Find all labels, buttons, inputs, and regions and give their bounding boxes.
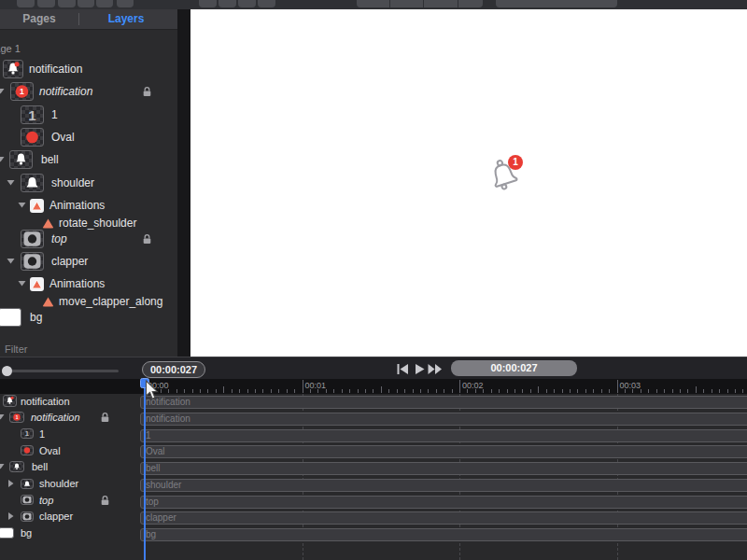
track-bar-bg[interactable]: bg — [140, 528, 747, 541]
notification-bell-object[interactable]: 1 — [486, 154, 527, 197]
ruler-tick — [216, 389, 217, 393]
page-tree-root-label[interactable]: Page 1 — [0, 43, 21, 54]
playhead-time-pill[interactable]: 00:00:027 — [142, 361, 205, 378]
disclosure-closed-icon[interactable] — [7, 480, 15, 487]
time-display-field[interactable]: 00:00:027 — [451, 360, 577, 376]
disclosure-open-icon[interactable] — [18, 280, 26, 287]
layer-label: Oval — [39, 445, 61, 456]
toolbar-button[interactable] — [199, 0, 217, 7]
oval-icon — [21, 128, 44, 147]
toolbar-button[interactable] — [117, 0, 134, 7]
skip-to-start-button[interactable] — [397, 364, 409, 374]
track-bar-bell[interactable]: bell — [140, 462, 747, 475]
layer-label: move_clapper_along — [59, 295, 162, 308]
timeline-layer-row-clapper[interactable]: clapper — [0, 509, 138, 524]
ruler-tick — [207, 389, 208, 393]
layer-tree-row-bg[interactable]: bg — [0, 308, 177, 327]
ring-icon — [21, 230, 44, 248]
layers-panel: Pages Layers Page 1 notification1notific… — [0, 9, 177, 357]
ruler-tick — [358, 389, 359, 393]
timeline-zoom-slider-track[interactable] — [5, 370, 119, 372]
timeline-layer-row-shoulder[interactable]: shoulder — [0, 476, 138, 491]
toolbar-button[interactable] — [17, 0, 35, 7]
tab-pages[interactable]: Pages — [0, 9, 78, 29]
layer-tree-row-clapper[interactable]: clapper — [0, 252, 177, 271]
ruler-tick — [648, 389, 649, 393]
timeline-zoom-slider-knob[interactable] — [2, 366, 12, 376]
timeline-layer-row-top[interactable]: top — [0, 493, 138, 508]
toolbar-button[interactable] — [218, 0, 236, 7]
playhead-handle[interactable] — [140, 378, 149, 388]
timeline-layer-row-bg[interactable]: bg — [0, 525, 138, 540]
toolbar-button[interactable] — [58, 0, 76, 7]
disclosure-open-icon[interactable] — [7, 179, 15, 187]
track-bar-notification[interactable]: notification — [140, 413, 747, 426]
toolbar-button[interactable] — [238, 0, 256, 7]
layer-label: clapper — [51, 255, 88, 268]
disclosure-open-icon[interactable] — [0, 88, 5, 95]
ruler-tick — [459, 380, 460, 393]
transport-bar: 00:00:027 00:00:027 — [0, 357, 747, 379]
disclosure-closed-icon[interactable] — [7, 512, 15, 520]
disclosure-open-icon[interactable] — [0, 156, 5, 163]
layer-tree-row-notification[interactable]: notification — [0, 60, 177, 78]
ruler-tick — [436, 389, 437, 393]
lock-icon[interactable] — [142, 86, 152, 98]
layer-label: bg — [21, 527, 32, 539]
toolbar-button[interactable] — [96, 0, 113, 7]
oval-icon — [21, 445, 34, 455]
play-button[interactable] — [414, 364, 426, 374]
disclosure-open-icon[interactable] — [0, 413, 5, 421]
layer-tree-row-Oval[interactable]: Oval — [0, 128, 177, 147]
track-bar-notification[interactable]: notification — [140, 396, 747, 409]
layer-label: 1 — [51, 108, 58, 121]
track-bar-top[interactable]: top — [140, 496, 747, 509]
ruler-tick — [577, 389, 578, 393]
lock-icon[interactable] — [142, 233, 152, 245]
one-icon: 1 — [21, 428, 34, 439]
track-bar-clapper[interactable]: clapper — [140, 511, 747, 525]
ruler-tick — [413, 389, 414, 393]
layer-label: Oval — [51, 131, 75, 144]
layer-tree-row-bell[interactable]: bell — [0, 150, 177, 169]
layer-tree-row-shoulder[interactable]: shoulder — [0, 174, 177, 192]
timeline-layer-row-notification[interactable]: 1notification — [0, 410, 138, 425]
toolbar-button[interactable] — [357, 0, 483, 7]
ruler-tick — [514, 389, 515, 393]
track-bar-1[interactable]: 1 — [140, 429, 747, 442]
toolbar-button[interactable] — [496, 0, 617, 7]
ruler-tick — [365, 389, 366, 393]
disclosure-open-icon[interactable] — [0, 463, 5, 470]
lock-icon[interactable] — [100, 494, 110, 506]
timeline-layer-row-bell[interactable]: bell — [0, 459, 138, 474]
track-bar-shoulder[interactable]: shoulder — [140, 479, 747, 492]
layer-tree-row-top[interactable]: top — [0, 230, 177, 248]
layer-tree-row-Animations[interactable]: Animations — [0, 196, 177, 215]
ruler-tick — [303, 380, 303, 393]
toolbar-button[interactable] — [258, 0, 275, 7]
track-bar-Oval[interactable]: Oval — [140, 445, 747, 458]
timeline-layer-row-1[interactable]: 11 — [0, 427, 138, 441]
timeline-layer-row-Oval[interactable]: Oval — [0, 443, 138, 458]
layer-label: shoulder — [51, 176, 94, 189]
toolbar-segment-divider — [423, 0, 424, 7]
timeline-layer-row-notification[interactable]: notification — [0, 394, 138, 409]
tab-layers[interactable]: Layers — [79, 9, 173, 29]
layer-tree-row-Animations[interactable]: Animations — [0, 274, 177, 293]
disclosure-open-icon[interactable] — [18, 202, 26, 209]
filter-input[interactable] — [3, 343, 170, 356]
toolbar-button[interactable] — [78, 0, 94, 7]
layer-label: bell — [32, 461, 48, 472]
timeline-ruler[interactable]: 00:0000:0100:0200:03 — [0, 379, 747, 394]
layer-label: shoulder — [39, 478, 78, 489]
toolbar-button[interactable] — [37, 0, 55, 7]
fast-forward-button[interactable] — [428, 364, 443, 374]
disclosure-open-icon[interactable] — [7, 258, 15, 265]
ruler-tick — [239, 389, 240, 393]
ruler-tick — [491, 389, 492, 393]
ruler-tick — [719, 389, 720, 393]
lock-icon[interactable] — [100, 412, 110, 424]
layer-tree-row-notification[interactable]: 1notification — [0, 82, 177, 101]
ruler-tick — [287, 389, 288, 393]
layer-tree-row-1[interactable]: 11 — [0, 105, 177, 124]
